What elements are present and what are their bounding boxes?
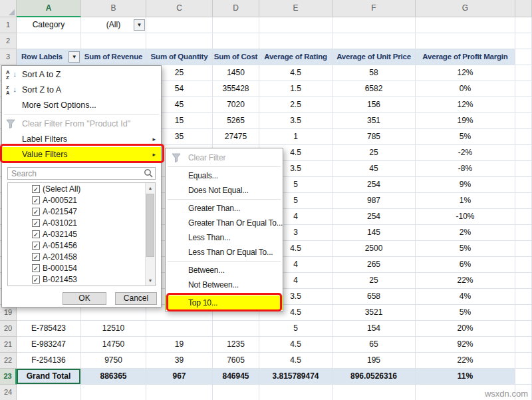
cell-B21[interactable]: 14750	[81, 337, 146, 353]
menu-item-sort-z-to-a[interactable]: ZA↓Sort Z to A	[2, 83, 161, 98]
checkbox-checked-icon[interactable]: ✓	[32, 276, 40, 284]
menu-item-greater-than[interactable]: Greater Than...	[166, 201, 283, 216]
report-filter-dropdown-button[interactable]: ▼	[134, 19, 145, 31]
cell-D20[interactable]	[213, 321, 259, 337]
checkbox-checked-icon[interactable]: ✓	[32, 196, 40, 204]
cell-F23[interactable]: 896.0526316	[332, 369, 416, 385]
cell-G8[interactable]: 5%	[416, 129, 515, 145]
cell-F11[interactable]: 254	[332, 177, 416, 193]
cell-E5[interactable]: 1.5	[259, 81, 332, 97]
filter-list-item-b-000154[interactable]: ✓B-000154	[8, 263, 144, 274]
row-labels-filter-button[interactable]: ▼	[68, 51, 80, 63]
cell-A24[interactable]	[17, 385, 81, 400]
filter-list-item-b-021453[interactable]: ✓B-021453	[8, 274, 144, 286]
cell-G3[interactable]: Average of Profit Margin	[416, 49, 515, 65]
filter-list-item-a-201458[interactable]: ✓A-201458	[8, 252, 144, 263]
cell-G11[interactable]: 9%	[416, 177, 515, 193]
cell-E2[interactable]	[259, 33, 332, 49]
cell-D23[interactable]: 846945	[213, 369, 259, 385]
checkbox-checked-icon[interactable]: ✓	[32, 242, 40, 250]
search-input[interactable]	[7, 167, 156, 180]
cell-E21[interactable]: 4.5	[259, 337, 332, 353]
row-header-23[interactable]: 23	[0, 369, 17, 385]
menu-item-less-than-or-equal-to[interactable]: Less Than Or Equal To...	[166, 245, 283, 260]
filter-list-item-a-031021[interactable]: ✓A-031021	[8, 218, 144, 229]
column-header-G[interactable]: G	[416, 0, 515, 17]
row-header-21[interactable]: 21	[0, 337, 17, 353]
cell-D24[interactable]	[213, 385, 259, 400]
cell-D6[interactable]: 7020	[213, 97, 259, 113]
filter-list-item-a-032145[interactable]: ✓A-032145	[8, 229, 144, 240]
column-header-E[interactable]: E	[259, 0, 332, 17]
cell-G10[interactable]: -8%	[416, 161, 515, 177]
cell-F9[interactable]: 25	[332, 145, 416, 161]
checkbox-checked-icon[interactable]: ✓	[32, 185, 40, 193]
cell-E6[interactable]: 2.5	[259, 97, 332, 113]
cell-G17[interactable]: 22%	[416, 273, 515, 289]
cell-A20[interactable]: E-785423	[17, 321, 81, 337]
cell-A3[interactable]: Row Labels▼	[17, 49, 81, 65]
menu-item-less-than[interactable]: Less Than...	[166, 230, 283, 245]
cell-F12[interactable]: 987	[332, 193, 416, 209]
cell-C24[interactable]	[146, 385, 213, 400]
cell-G6[interactable]: 12%	[416, 97, 515, 113]
column-header-B[interactable]: B	[81, 0, 146, 17]
row-header-3[interactable]: 3	[0, 49, 17, 65]
cell-A21[interactable]: E-983247	[17, 337, 81, 353]
cell-G21[interactable]: 92%	[416, 337, 515, 353]
column-header-D[interactable]: D	[213, 0, 259, 17]
cell-E23[interactable]: 3.815789474	[259, 369, 332, 385]
cell-B22[interactable]: 9750	[81, 353, 146, 369]
cell-D22[interactable]: 7605	[213, 353, 259, 369]
checkbox-checked-icon[interactable]: ✓	[32, 253, 40, 261]
row-header-24[interactable]: 24	[0, 385, 17, 400]
cell-F7[interactable]: 351	[332, 113, 416, 129]
filter-list-item-select-all[interactable]: ✓(Select All)	[8, 184, 144, 195]
cell-B20[interactable]: 12510	[81, 321, 146, 337]
cell-F5[interactable]: 6582	[332, 81, 416, 97]
cell-E24[interactable]	[259, 385, 332, 400]
cell-B24[interactable]	[81, 385, 146, 400]
cell-E1[interactable]	[259, 17, 332, 33]
menu-item-greater-than-or-equal-to[interactable]: Greater Than Or Equal To...	[166, 216, 283, 230]
cell-D5[interactable]: 355428	[213, 81, 259, 97]
cell-G22[interactable]: 22%	[416, 353, 515, 369]
row-header-22[interactable]: 22	[0, 353, 17, 369]
cell-C23[interactable]: 967	[146, 369, 213, 385]
cell-B23[interactable]: 886365	[81, 369, 146, 385]
cell-E4[interactable]: 4.5	[259, 65, 332, 81]
cell-F8[interactable]: 785	[332, 129, 416, 145]
cell-G19[interactable]: 5%	[416, 305, 515, 321]
cell-C1[interactable]	[146, 17, 213, 33]
cell-F19[interactable]: 3521	[332, 305, 416, 321]
cancel-button[interactable]: Cancel	[115, 292, 157, 305]
cell-F4[interactable]: 58	[332, 65, 416, 81]
menu-item-top-10[interactable]: Top 10...	[166, 296, 283, 310]
cell-G2[interactable]	[416, 33, 515, 49]
cell-D8[interactable]: 27475	[213, 129, 259, 145]
checkbox-checked-icon[interactable]: ✓	[32, 264, 40, 272]
cell-D4[interactable]: 1450	[213, 65, 259, 81]
cell-D2[interactable]	[213, 33, 259, 49]
cell-G16[interactable]: 6%	[416, 257, 515, 273]
checkbox-checked-icon[interactable]: ✓	[32, 230, 40, 238]
row-header-2[interactable]: 2	[0, 33, 17, 49]
cell-F21[interactable]: 65	[332, 337, 416, 353]
cell-G7[interactable]: 19%	[416, 113, 515, 129]
menu-item-not-between[interactable]: Not Between...	[166, 278, 283, 292]
cell-F14[interactable]: 145	[332, 225, 416, 241]
cell-E7[interactable]: 3.5	[259, 113, 332, 129]
cell-C22[interactable]: 39	[146, 353, 213, 369]
scroll-up-icon[interactable]: ▲	[146, 183, 155, 193]
cell-G1[interactable]	[416, 17, 515, 33]
cell-F3[interactable]: Average of Unit Price	[332, 49, 416, 65]
cell-A2[interactable]	[17, 33, 81, 49]
column-header-C[interactable]: C	[146, 0, 213, 17]
cell-F18[interactable]: 658	[332, 289, 416, 305]
cell-E20[interactable]: 5	[259, 321, 332, 337]
scroll-down-icon[interactable]: ▼	[146, 276, 155, 286]
menu-item-equals[interactable]: Equals...	[166, 168, 283, 183]
column-header-F[interactable]: F	[332, 0, 416, 17]
cell-A23[interactable]: Grand Total	[17, 369, 81, 385]
cell-G15[interactable]: 5%	[416, 241, 515, 257]
